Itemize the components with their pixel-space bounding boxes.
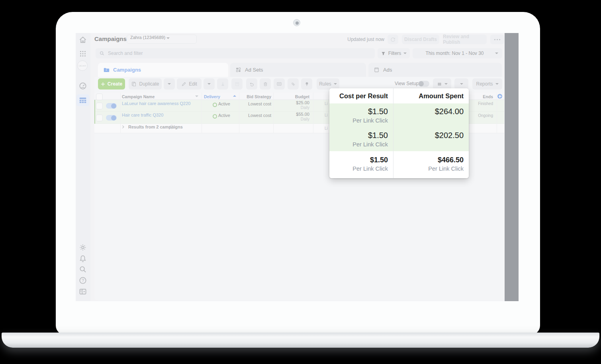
laptop-camera [293, 19, 300, 26]
spent-total: $466.50 [393, 151, 469, 164]
highlighted-columns-popup: Cost per Result $1.50 Per Link Click $1.… [329, 88, 469, 178]
cost-value: $1.50 [329, 127, 393, 140]
cost-total-unit: Per Link Click [329, 164, 393, 172]
cost-value: $1.50 [329, 103, 393, 116]
cost-total: $1.50 [329, 151, 393, 164]
amount-spent-column: Amount Spent $264.00 $202.50 $466.50 Per… [393, 88, 469, 178]
laptop-base [2, 333, 599, 348]
spent-value: $264.00 [393, 103, 469, 116]
popup-header-cost[interactable]: Cost per Result [329, 88, 393, 103]
screenshot-stage: LaLueur ? Campaigns Zahra (12345689) Upd… [0, 0, 601, 364]
popup-header-spent[interactable]: Amount Spent [393, 88, 469, 103]
cost-unit: Per Link Click [329, 140, 393, 148]
cost-per-result-column: Cost per Result $1.50 Per Link Click $1.… [329, 88, 393, 178]
right-utility-strip [505, 33, 519, 301]
spent-value: $202.50 [393, 127, 469, 140]
cost-unit: Per Link Click [329, 116, 393, 124]
spent-total-unit: Per Link Click [393, 164, 469, 172]
